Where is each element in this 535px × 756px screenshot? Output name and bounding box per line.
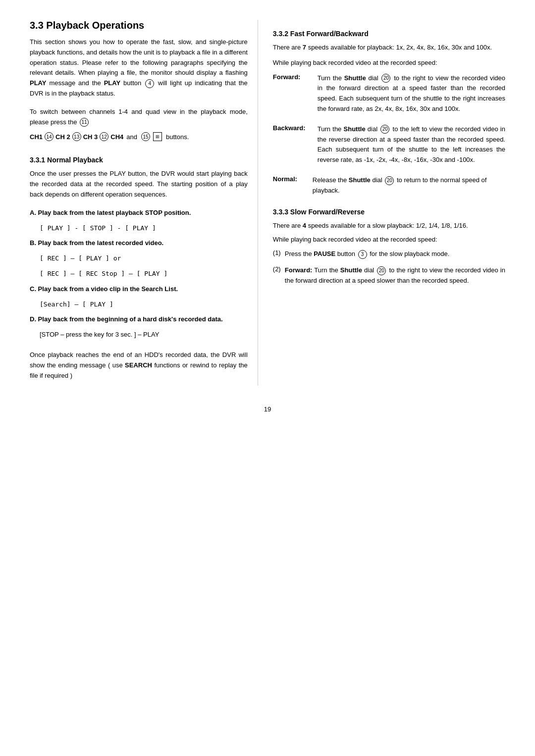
right-column: 3.3.2 Fast Forward/Backward There are 7 … — [258, 20, 505, 386]
step-d-label: D. Play back from the beginning of a har… — [30, 315, 223, 323]
grid-icon: ⊞ — [153, 132, 162, 141]
section-331: 3.3.1 Normal Playback Once the user pres… — [30, 156, 248, 381]
slow-item-2: (2) Forward: Turn the Shuttle dial 20 to… — [273, 265, 505, 286]
playback-steps: A. Play back from the latest playback ST… — [30, 208, 248, 340]
item1-num: (1) — [273, 249, 285, 256]
section-333-title: 3.3.3 Slow Forward/Reverse — [273, 208, 505, 216]
normal-content: Release the Shuttle dial 20 to return to… — [313, 175, 505, 196]
forward-content: Turn the Shuttle dial 20 to the right to… — [318, 73, 505, 114]
normal-item: Normal: Release the Shuttle dial 20 to r… — [273, 175, 505, 196]
circle-4: 4 — [145, 79, 154, 88]
step-d: D. Play back from the beginning of a har… — [30, 314, 248, 340]
step-a: A. Play back from the latest playback ST… — [30, 208, 248, 234]
ch4-label: CH4 — [110, 133, 123, 141]
left-column: 3.3 Playback Operations This section sho… — [30, 20, 258, 386]
step-a-cmd: [ PLAY ] - [ STOP ] - [ PLAY ] — [30, 223, 248, 234]
forward-label: Forward: — [273, 73, 318, 81]
step-b-cmd2: [ REC ] – [ REC Stop ] – [ PLAY ] — [30, 269, 248, 279]
slow-item-1: (1) Press the PAUSE button 3 for the slo… — [273, 249, 505, 259]
buttons-text: buttons. — [166, 133, 189, 141]
circle-14: 14 — [45, 132, 54, 141]
ch2-label: CH 2 — [55, 133, 70, 141]
section-333-while-playing: While playing back recorded video at the… — [273, 235, 505, 245]
circle-13: 13 — [72, 132, 81, 141]
normal-label: Normal: — [273, 175, 313, 183]
section-333-speeds: There are 4 speeds available for a slow … — [273, 221, 505, 231]
section-332-while-playing: While playing back recorded video at the… — [273, 58, 505, 68]
circle-20-forward: 20 — [381, 74, 390, 83]
step-c: C. Play back from a video clip in the Se… — [30, 284, 248, 310]
forward-item: Forward: Turn the Shuttle dial 20 to the… — [273, 73, 505, 114]
section-33-intro: This section shows you how to operate th… — [30, 37, 248, 99]
section-332-speeds-intro: There are 7 speeds available for playbac… — [273, 43, 505, 53]
ch-switch-intro: To switch between channels 1-4 and quad … — [30, 108, 248, 126]
circle-12: 12 — [100, 132, 108, 141]
two-column-layout: 3.3 Playback Operations This section sho… — [30, 20, 505, 386]
ch-line: CH1 14 CH 2 13 CH 3 12 CH4 and 15 ⊞ butt… — [30, 132, 248, 141]
ch3-label: CH 3 — [83, 133, 98, 141]
circle-11: 11 — [80, 118, 89, 127]
section-33-title: 3.3 Playback Operations — [30, 20, 248, 31]
circle-20-backward: 20 — [380, 125, 389, 134]
section-331-content: Once the user presses the PLAY button, t… — [30, 169, 248, 200]
step-c-cmd: [Search] – [ PLAY ] — [30, 300, 248, 310]
step-b-label: B. Play back from the latest recorded vi… — [30, 239, 163, 247]
page-container: 3.3 Playback Operations This section sho… — [30, 20, 505, 413]
channel-switch-text: To switch between channels 1-4 and quad … — [30, 107, 248, 128]
once-playback-text: Once playback reaches the end of an HDD'… — [30, 350, 248, 381]
page-number: 19 — [264, 405, 271, 413]
circle-3: 3 — [358, 250, 367, 259]
item1-content: Press the PAUSE button 3 for the slow pl… — [285, 249, 449, 259]
backward-item: Backward: Turn the Shuttle dial 20 to th… — [273, 124, 505, 165]
item2-num: (2) — [273, 265, 285, 273]
step-b: B. Play back from the latest recorded vi… — [30, 238, 248, 279]
section-332-title: 3.3.2 Fast Forward/Backward — [273, 30, 505, 38]
once-playback-span: Once playback reaches the end of an HDD'… — [30, 351, 248, 379]
step-b-cmd1: [ REC ] – [ PLAY ] or — [30, 253, 248, 264]
item2-content: Forward: Turn the Shuttle dial 20 to the… — [285, 265, 505, 286]
section-332: 3.3.2 Fast Forward/Backward There are 7 … — [273, 30, 505, 196]
circle-15: 15 — [141, 132, 150, 141]
section-331-title: 3.3.1 Normal Playback — [30, 156, 248, 164]
circle-20-slow: 20 — [377, 266, 386, 275]
step-a-label: A. Play back from the latest playback ST… — [30, 209, 191, 216]
and-text: and — [126, 133, 137, 141]
ch1-label: CH1 — [30, 133, 43, 141]
circle-20-normal: 20 — [385, 176, 394, 185]
page-footer: 19 — [30, 405, 505, 413]
backward-content: Turn the Shuttle dial 20 to the left to … — [318, 124, 505, 165]
step-c-label: C. Play back from a video clip in the Se… — [30, 285, 178, 293]
step-d-cmd: [STOP – press the key for 3 sec. ] – PLA… — [30, 330, 248, 340]
channel-switch-section: To switch between channels 1-4 and quad … — [30, 107, 248, 142]
backward-label: Backward: — [273, 124, 318, 132]
section-333: 3.3.3 Slow Forward/Reverse There are 4 s… — [273, 208, 505, 286]
